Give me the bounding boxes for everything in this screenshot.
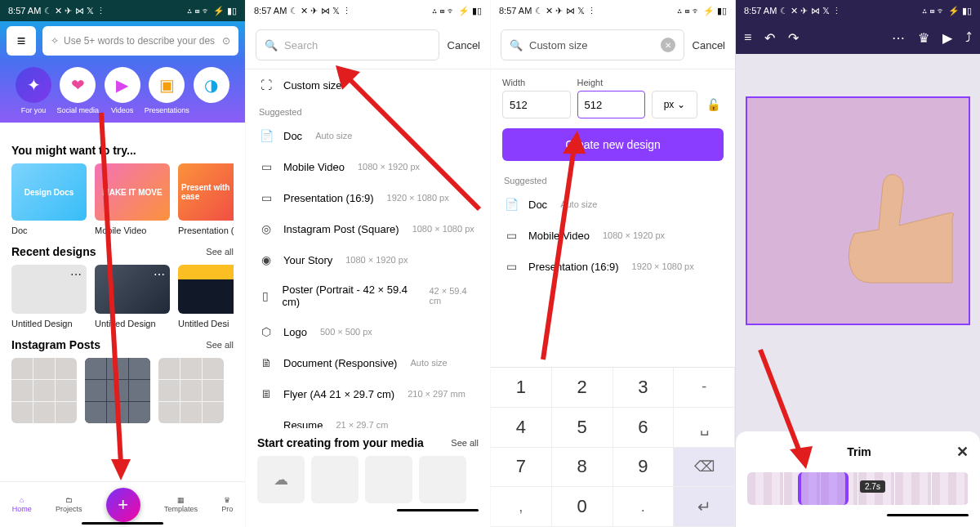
bottom-nav: ⌂Home 🗀Projects + ▦Templates ♛Pro [0, 481, 245, 527]
lock-button[interactable]: 🔓 [702, 91, 724, 118]
try-presentation[interactable]: Present with easePresentation (1 [178, 163, 234, 235]
recent-item[interactable]: ⋯Untitled Design [11, 265, 87, 328]
cat-videos[interactable]: ▶Videos [100, 67, 144, 114]
crown-icon: ♛ [224, 496, 230, 504]
key-6[interactable]: 6 [613, 408, 675, 448]
key-8[interactable]: 8 [552, 448, 613, 488]
see-all-link[interactable]: See all [451, 438, 479, 448]
unit-select[interactable]: px⌄ [652, 91, 697, 118]
format-icon: ▭ [504, 228, 519, 243]
media-thumb[interactable] [365, 456, 412, 503]
media-row[interactable]: ☁ [257, 456, 479, 503]
upload-media[interactable]: ☁ [257, 456, 305, 503]
recent-row[interactable]: ⋯Untitled Design ⋯Untitled Design ⋯Untit… [11, 265, 234, 328]
clear-icon[interactable]: ✕ [661, 38, 675, 52]
key-space[interactable]: ␣ [674, 408, 735, 448]
more-icon[interactable]: ⋯ [892, 30, 905, 46]
phone4-editor: 8:57 AM☾ ✕ ✈ ⋈ 𝕏 ⋮ ⁂ ⌧ ᯤ ⚡ ▮▯ ≡↶↷ ⋯♛▶⤴ T… [735, 0, 980, 527]
undo-icon[interactable]: ↶ [764, 30, 775, 46]
width-label: Width [502, 78, 571, 87]
format-row[interactable]: ▭Mobile Video1080 × 1920 px [491, 220, 735, 251]
redo-icon[interactable]: ↷ [788, 30, 799, 46]
editor-toolbar: ≡↶↷ ⋯♛▶⤴ [736, 21, 980, 54]
search-placeholder: Use 5+ words to describe your des [64, 35, 215, 47]
nav-templates[interactable]: ▦Templates [164, 496, 198, 513]
try-mobile-video[interactable]: MAKE IT MOVEMobile Video [95, 163, 170, 235]
cat-social[interactable]: ❤Social media [56, 67, 100, 114]
key-comma[interactable]: , [491, 487, 552, 527]
cancel-button[interactable]: Cancel [448, 39, 480, 51]
key-1[interactable]: 1 [491, 368, 552, 408]
format-row[interactable]: 🗎Document (Responsive)Auto size [246, 347, 490, 378]
try-row[interactable]: Design DocsDoc MAKE IT MOVEMobile Video … [11, 163, 234, 235]
share-icon[interactable]: ⤴ [965, 30, 972, 46]
format-row[interactable]: ▭Presentation (16:9)1920 × 1080 px [491, 251, 735, 282]
search-input[interactable]: 🔍Custom size✕ [501, 29, 684, 60]
format-row[interactable]: ◉Your Story1080 × 1920 px [246, 244, 490, 275]
custom-size-row[interactable]: ⛶Custom size [246, 69, 490, 100]
key-4[interactable]: 4 [491, 408, 552, 448]
key-backspace[interactable]: ⌫ [674, 448, 735, 488]
nav-home[interactable]: ⌂Home [12, 496, 32, 513]
ig-row[interactable] [11, 358, 234, 423]
search-input[interactable]: ✧ Use 5+ words to describe your des ⊙ [42, 26, 238, 56]
format-icon: ▭ [504, 259, 519, 274]
play-icon[interactable]: ▶ [942, 30, 952, 46]
nav-projects[interactable]: 🗀Projects [56, 496, 82, 513]
create-design-button[interactable]: Create new design [502, 128, 724, 161]
key-3[interactable]: 3 [613, 368, 675, 408]
cancel-button[interactable]: Cancel [693, 39, 725, 51]
format-icon: 📄 [504, 197, 519, 212]
height-label: Height [577, 78, 646, 87]
canvas[interactable] [746, 96, 970, 325]
key-7[interactable]: 7 [491, 448, 552, 488]
key-2[interactable]: 2 [552, 368, 613, 408]
camera-icon[interactable]: ⊙ [222, 35, 230, 47]
cat-for-you[interactable]: ✦For you [11, 67, 56, 114]
create-fab[interactable]: + [106, 488, 140, 522]
format-icon: 📄 [259, 128, 274, 143]
format-row[interactable]: 📄DocAuto size [246, 120, 490, 151]
status-bar: 8:57 AM☾ ✕ ✈ ⋈ 𝕏 ⋮ ⁂ ⌧ ᯤ ⚡ ▮▯ [491, 0, 735, 21]
ig-template[interactable] [85, 358, 150, 423]
trim-track[interactable]: 2.7s [747, 472, 969, 505]
format-row[interactable]: ▯Poster (Portrait - 42 × 59.4 cm)42 × 59… [246, 275, 490, 316]
try-doc[interactable]: Design DocsDoc [11, 163, 87, 235]
height-input[interactable] [577, 91, 646, 118]
format-row[interactable]: 🗏Flyer (A4 21 × 29.7 cm)210 × 297 mm [246, 378, 490, 409]
key-5[interactable]: 5 [552, 408, 613, 448]
key-0[interactable]: 0 [552, 487, 613, 527]
key-9[interactable]: 9 [613, 448, 675, 488]
phone2-search: 8:57 AM☾ ✕ ✈ ⋈ 𝕏 ⋮ ⁂ ⌧ ᯤ ⚡ ▮▯ 🔍Search Ca… [245, 0, 490, 527]
phone1-home: 8:57 AM☾ ✕ ✈ ⋈ 𝕏 ⋮ ⁂ ⌧ ᯤ ⚡ ▮▯ ≡ ✧ Use 5+… [0, 0, 245, 527]
format-row[interactable]: 📄DocAuto size [491, 189, 735, 220]
format-row[interactable]: ▭Presentation (16:9)1920 × 1080 px [246, 182, 490, 213]
ig-template[interactable] [11, 358, 77, 423]
search-icon: 🔍 [265, 39, 278, 51]
width-input[interactable] [502, 91, 571, 118]
crop-icon: ⛶ [259, 78, 274, 92]
media-thumb[interactable] [419, 456, 466, 503]
key-enter[interactable]: ↵ [674, 487, 735, 527]
ig-template[interactable] [158, 358, 224, 423]
menu-icon[interactable]: ≡ [744, 30, 751, 46]
format-row[interactable]: ▭Mobile Video1080 × 1920 px [246, 151, 490, 182]
numeric-keyboard: 1 2 3 - 4 5 6 ␣ 7 8 9 ⌫ , 0 . ↵ [491, 367, 735, 527]
trim-selection[interactable] [798, 472, 849, 505]
crown-icon[interactable]: ♛ [918, 30, 929, 46]
key-minus[interactable]: - [674, 368, 735, 408]
menu-button[interactable]: ≡ [7, 26, 36, 56]
recent-item[interactable]: ⋯Untitled Desi [178, 265, 234, 328]
nav-pro[interactable]: ♛Pro [221, 496, 233, 513]
see-all-link[interactable]: See all [206, 247, 234, 257]
see-all-link[interactable]: See all [206, 340, 234, 350]
format-row[interactable]: ◎Instagram Post (Square)1080 × 1080 px [246, 213, 490, 244]
recent-item[interactable]: ⋯Untitled Design [95, 265, 170, 328]
media-thumb[interactable] [311, 456, 359, 503]
close-button[interactable]: ✕ [956, 443, 969, 461]
cat-more[interactable]: ◑ [189, 67, 234, 114]
format-row[interactable]: ⬡Logo500 × 500 px [246, 316, 490, 347]
search-input[interactable]: 🔍Search [256, 29, 439, 60]
cat-presentations[interactable]: ▣Presentations [145, 67, 189, 114]
key-dot[interactable]: . [613, 487, 675, 527]
